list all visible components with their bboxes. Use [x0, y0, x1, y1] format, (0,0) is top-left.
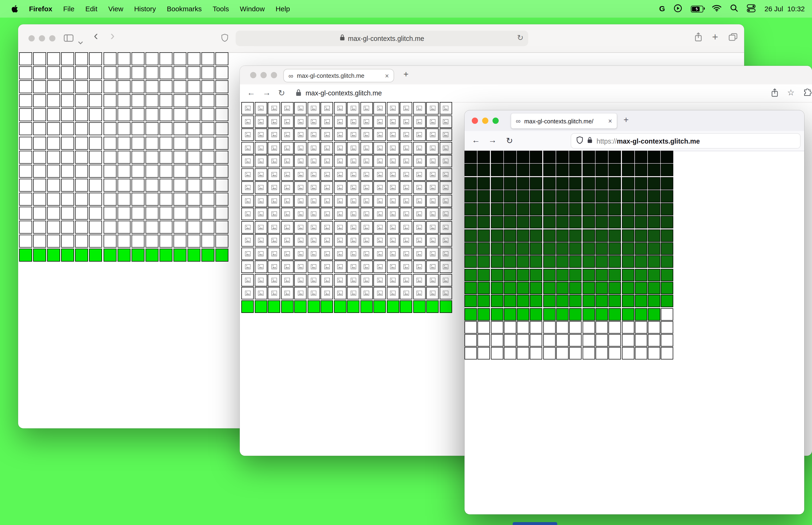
- broken-image-icon: [311, 291, 316, 296]
- zoom-window-button[interactable]: [49, 35, 55, 41]
- dock-peek[interactable]: [513, 522, 557, 525]
- webgl-canvas-cell: [216, 94, 229, 107]
- webgl-canvas-cell: [131, 137, 144, 149]
- webgl-canvas-cell: [504, 216, 516, 229]
- new-tab-button[interactable]: +: [712, 31, 718, 43]
- firefox-active-tab[interactable]: ∞ max-gl-contexts.glitch.me/ ×: [511, 114, 617, 129]
- menubar-item-history[interactable]: History: [134, 5, 156, 13]
- webgl-canvas-cell: [159, 80, 172, 93]
- webgl-canvas-cell: [33, 137, 46, 149]
- forward-button[interactable]: →: [262, 88, 271, 97]
- broken-image-icon: [390, 224, 396, 229]
- webgl-canvas-cell: [268, 142, 280, 154]
- new-tab-button[interactable]: +: [403, 69, 409, 80]
- webgl-canvas-cell: [582, 216, 595, 229]
- broken-image-icon: [337, 172, 343, 177]
- lock-icon[interactable]: [587, 137, 592, 145]
- webgl-canvas-cell: [75, 207, 88, 220]
- reload-button[interactable]: ↻: [278, 88, 285, 98]
- close-window-button[interactable]: [472, 118, 478, 124]
- back-button[interactable]: ‹: [94, 29, 98, 42]
- menubar-item-view[interactable]: View: [108, 5, 123, 13]
- menubar-item-bookmarks[interactable]: Bookmarks: [167, 5, 202, 13]
- close-tab-icon[interactable]: ×: [385, 72, 389, 79]
- extensions-puzzle-icon[interactable]: [803, 89, 812, 99]
- play-icon[interactable]: [674, 4, 682, 14]
- g-app-icon[interactable]: G: [659, 5, 665, 13]
- webgl-canvas-cell: [347, 142, 359, 154]
- webgl-canvas-cell: [118, 221, 131, 234]
- menubar-item-file[interactable]: File: [63, 5, 75, 13]
- apple-menu-icon[interactable]: [11, 5, 18, 13]
- menubar-item-edit[interactable]: Edit: [85, 5, 97, 13]
- share-icon[interactable]: [694, 32, 702, 44]
- webgl-canvas-cell: [530, 321, 542, 333]
- tracking-shield-icon[interactable]: [576, 136, 583, 146]
- webgl-canvas-cell: [373, 300, 386, 313]
- webgl-canvas-cell: [413, 168, 426, 180]
- chevron-down-icon[interactable]: [78, 38, 83, 47]
- privacy-shield-icon[interactable]: [221, 34, 228, 44]
- menubar-item-window[interactable]: Window: [240, 5, 265, 13]
- chrome-active-tab[interactable]: ∞ max-gl-contexts.glitch.me ×: [284, 69, 394, 82]
- forward-button[interactable]: →: [488, 136, 496, 145]
- tab-overview-icon[interactable]: [729, 33, 737, 43]
- webgl-canvas-cell: [360, 142, 373, 154]
- webgl-canvas-cell: [491, 190, 503, 202]
- forward-button[interactable]: ›: [110, 29, 114, 42]
- webgl-canvas-cell: [360, 155, 373, 167]
- webgl-canvas-cell: [400, 221, 412, 234]
- chrome-url-text[interactable]: max-gl-contexts.glitch.me: [305, 89, 382, 97]
- webgl-canvas-cell: [609, 216, 621, 229]
- safari-url-field[interactable]: max-gl-contexts.glitch.me ↻: [236, 31, 528, 46]
- zoom-window-button[interactable]: [492, 118, 499, 124]
- webgl-canvas-cell: [281, 247, 293, 260]
- sidebar-toggle-icon[interactable]: [64, 34, 74, 44]
- minimize-window-button[interactable]: [482, 118, 488, 124]
- menubar-app-name[interactable]: Firefox: [29, 5, 52, 13]
- reload-button[interactable]: ↻: [506, 136, 513, 146]
- control-center-icon[interactable]: [747, 4, 756, 14]
- webgl-canvas-cell: [173, 207, 186, 220]
- back-button[interactable]: ←: [247, 88, 255, 97]
- new-tab-button[interactable]: +: [624, 115, 629, 125]
- close-window-button[interactable]: [250, 72, 256, 78]
- firefox-url-field[interactable]: https:// max-gl-contexts.glitch.me: [571, 134, 800, 148]
- webgl-canvas-cell: [622, 255, 634, 268]
- webgl-canvas-cell: [255, 208, 267, 220]
- broken-image-icon: [416, 251, 422, 256]
- zoom-window-button[interactable]: [271, 72, 277, 78]
- menubar-clock[interactable]: 26 Jul 10:32: [765, 5, 805, 13]
- share-icon[interactable]: [771, 88, 778, 100]
- webgl-canvas-cell: [159, 66, 172, 79]
- back-button[interactable]: ←: [472, 136, 480, 145]
- webgl-canvas-cell: [622, 347, 634, 360]
- chrome-toolbar: ← → ↻ max-gl-contexts.glitch.me ☆: [240, 84, 812, 103]
- webgl-canvas-cell: [281, 195, 293, 207]
- webgl-canvas-cell: [321, 195, 333, 207]
- wifi-icon[interactable]: [712, 5, 722, 13]
- broken-image-icon: [403, 251, 409, 256]
- minimize-window-button[interactable]: [261, 72, 267, 78]
- webgl-canvas-cell: [118, 66, 131, 79]
- webgl-canvas-cell: [294, 129, 307, 141]
- webgl-canvas-cell: [75, 80, 88, 93]
- minimize-window-button[interactable]: [39, 35, 45, 41]
- webgl-canvas-cell: [426, 129, 439, 141]
- close-window-button[interactable]: [28, 35, 34, 41]
- webgl-canvas-cell: [19, 52, 32, 65]
- broken-image-icon: [311, 264, 316, 269]
- bookmark-star-icon[interactable]: ☆: [787, 87, 795, 97]
- webgl-canvas-cell: [635, 269, 647, 281]
- webgl-canvas-cell: [187, 179, 200, 192]
- webgl-canvas-cell: [426, 300, 439, 313]
- spotlight-search-icon[interactable]: [730, 4, 738, 14]
- webgl-canvas-cell: [19, 137, 32, 149]
- menubar-item-help[interactable]: Help: [276, 5, 290, 13]
- broken-image-icon: [284, 132, 290, 137]
- broken-image-icon: [416, 238, 422, 243]
- reload-icon[interactable]: ↻: [517, 33, 524, 43]
- menubar-item-tools[interactable]: Tools: [213, 5, 229, 13]
- battery-icon[interactable]: [691, 5, 703, 12]
- close-tab-icon[interactable]: ×: [608, 118, 612, 124]
